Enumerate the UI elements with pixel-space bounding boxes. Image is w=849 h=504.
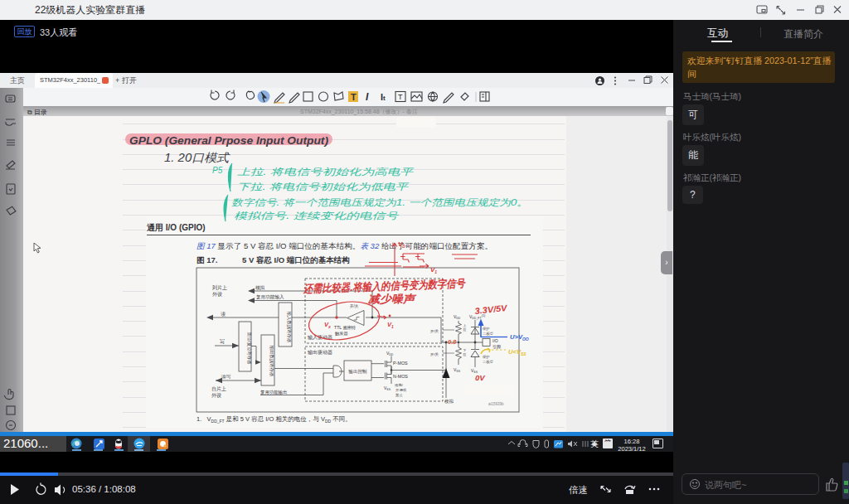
- svg-text:0.8: 0.8: [448, 338, 457, 346]
- svg-text:通用 I/O (GPIO): 通用 I/O (GPIO): [146, 223, 206, 232]
- svg-text:开/关: 开/关: [430, 352, 439, 356]
- svg-text:开/关: 开/关: [350, 304, 359, 308]
- svg-text:拉: 拉: [463, 327, 467, 332]
- svg-text:N-MOS: N-MOS: [393, 374, 408, 379]
- svg-text:推挽/: 推挽/: [394, 383, 404, 387]
- svg-text:T: T: [351, 92, 357, 102]
- svg-text:ai15939b: ai15939b: [488, 402, 504, 406]
- svg-text:读/写: 读/写: [221, 374, 230, 379]
- svg-text:上拉. 将电信号初始化为高电平: 上拉. 将电信号初始化为高电平: [237, 167, 414, 177]
- svg-text:读: 读: [221, 312, 226, 317]
- svg-text:写: 写: [220, 339, 225, 344]
- svg-text:开漏或: 开漏或: [395, 388, 407, 392]
- svg-text:减少噪声: 减少噪声: [367, 293, 417, 305]
- svg-text:置位/复位寄存器: 置位/复位寄存器: [246, 332, 252, 364]
- svg-text:复用功能输入: 复用功能输入: [256, 294, 284, 300]
- svg-text:GPLO (General Prpose Input Out: GPLO (General Prpose Input Output): [129, 134, 328, 147]
- svg-text:数字信号. 将一个范围电压规定为1. 一个范围电压规定为0。: 数字信号. 将一个范围电压规定为1. 一个范围电压规定为0。: [231, 197, 528, 207]
- svg-text:0V: 0V: [475, 373, 485, 382]
- svg-text:输出数据寄存器: 输出数据寄存器: [269, 346, 274, 377]
- svg-text:保护: 保护: [483, 355, 490, 359]
- svg-text:输出驱动器: 输出驱动器: [308, 349, 332, 356]
- svg-text:1. 20口模式: 1. 20口模式: [164, 151, 230, 164]
- svg-text:5 V 容忍 I/O 端口位的基本结构: 5 V 容忍 I/O 端口位的基本结构: [242, 255, 350, 264]
- svg-text:I: I: [366, 91, 369, 103]
- svg-text:输出控制: 输出控制: [348, 369, 366, 375]
- svg-text:输入数据寄存器: 输入数据寄存器: [286, 312, 292, 343]
- svg-text:自片上: 自片上: [211, 386, 226, 392]
- svg-text:上: 上: [463, 323, 467, 327]
- svg-text:复用功能输出: 复用功能输出: [260, 390, 287, 395]
- svg-text:二极管: 二极管: [483, 360, 494, 364]
- svg-text:到片上: 到片上: [212, 284, 227, 291]
- svg-text:TTL 施密特: TTL 施密特: [334, 325, 357, 331]
- svg-text:保护: 保护: [483, 327, 490, 331]
- svg-text:图 17.: 图 17.: [196, 255, 217, 264]
- svg-text:外设: 外设: [212, 291, 222, 297]
- svg-text:下: 下: [463, 349, 467, 352]
- svg-text:二极管: 二极管: [483, 332, 494, 336]
- svg-text:外设: 外设: [211, 392, 221, 398]
- svg-text:It: It: [381, 92, 386, 102]
- svg-text:图 17 显示了 5 V 容忍 I/O 端口位的基本结构。表: 图 17 显示了 5 V 容忍 I/O 端口位的基本结构。表 32 给出了可能的…: [196, 242, 492, 250]
- svg-text:I/O: I/O: [492, 338, 498, 343]
- svg-text:开/关: 开/关: [430, 329, 439, 333]
- svg-text:触发器: 触发器: [335, 331, 348, 337]
- svg-text:拉: 拉: [463, 352, 467, 356]
- svg-text:模拟: 模拟: [444, 399, 454, 404]
- svg-text:P5: P5: [212, 166, 223, 175]
- svg-text:模拟: 模拟: [255, 285, 265, 290]
- svg-text:T: T: [398, 93, 403, 101]
- svg-text:下拉. 将电信号初始化为低电平: 下拉. 将电信号初始化为低电平: [237, 182, 409, 191]
- svg-text:引脚: 引脚: [492, 344, 501, 350]
- svg-text:模拟信号. 连续变化的电信号: 模拟信号. 连续变化的电信号: [234, 211, 399, 220]
- svg-text:P-MOS: P-MOS: [393, 361, 408, 366]
